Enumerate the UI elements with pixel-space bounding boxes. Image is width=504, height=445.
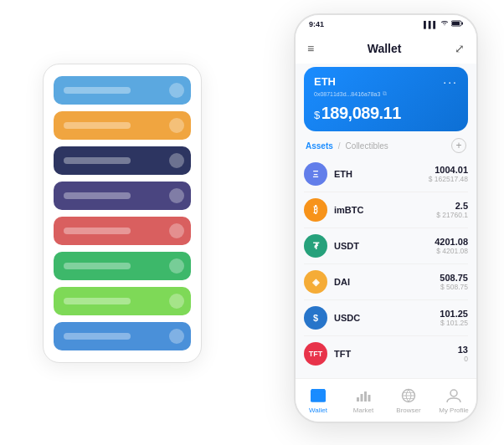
imbtc-icon: ₿ bbox=[304, 198, 327, 222]
usdt-icon: ₮ bbox=[304, 234, 327, 258]
card-row[interactable] bbox=[54, 322, 191, 350]
svg-rect-6 bbox=[361, 394, 363, 402]
menu-icon[interactable]: ≡ bbox=[307, 42, 314, 55]
list-item[interactable]: ₿ imBTC 2.5 $ 21760.1 bbox=[304, 192, 468, 228]
profile-icon bbox=[445, 386, 463, 405]
market-icon bbox=[354, 386, 373, 405]
asset-amount: 13 bbox=[458, 345, 468, 355]
asset-symbol: USDT bbox=[334, 241, 435, 251]
card-row[interactable] bbox=[54, 287, 191, 315]
list-item[interactable]: TFT TFT 13 0 bbox=[304, 336, 468, 371]
signal-icon: ▌▌▌ bbox=[424, 21, 438, 28]
asset-usd: $ 101.25 bbox=[440, 319, 468, 327]
card-row[interactable] bbox=[54, 111, 191, 140]
list-item[interactable]: $ USDC 101.25 $ 101.25 bbox=[304, 300, 468, 336]
dai-icon: ◈ bbox=[304, 270, 327, 294]
phone-mockup: 9:41 ▌▌▌ bbox=[294, 13, 478, 423]
tab-collectibles[interactable]: Collectibles bbox=[346, 141, 388, 151]
asset-amount: 508.75 bbox=[440, 273, 468, 283]
card-row[interactable] bbox=[54, 146, 191, 175]
bottom-nav-wallet[interactable]: Wallet bbox=[296, 386, 341, 414]
asset-amounts: 13 0 bbox=[458, 345, 468, 363]
status-icons: ▌▌▌ bbox=[424, 20, 463, 28]
asset-amount: 101.25 bbox=[440, 309, 468, 319]
asset-usd: $ 21760.1 bbox=[436, 211, 468, 219]
bottom-nav-market[interactable]: Market bbox=[341, 386, 386, 414]
asset-amounts: 4201.08 $ 4201.08 bbox=[435, 237, 468, 255]
asset-symbol: imBTC bbox=[334, 205, 436, 215]
tab-divider: / bbox=[338, 141, 341, 151]
asset-list: Ξ ETH 1004.01 $ 162517.48 ₿ imBTC 2.5 $ … bbox=[296, 156, 476, 378]
wallet-icon bbox=[309, 386, 327, 405]
asset-amount: 1004.01 bbox=[429, 165, 468, 175]
asset-usd: $ 508.75 bbox=[440, 283, 468, 291]
svg-rect-4 bbox=[321, 396, 324, 398]
list-item[interactable]: Ξ ETH 1004.01 $ 162517.48 bbox=[304, 156, 468, 192]
card-row[interactable] bbox=[54, 76, 191, 105]
status-time: 9:41 bbox=[309, 20, 324, 28]
asset-amounts: 2.5 $ 21760.1 bbox=[436, 201, 468, 219]
svg-rect-5 bbox=[357, 397, 359, 402]
nav-bar: ≡ Wallet ⤢ bbox=[296, 33, 476, 64]
browser-nav-label: Browser bbox=[396, 407, 420, 414]
eth-card-label: ETH bbox=[314, 75, 336, 88]
bottom-nav-profile[interactable]: My Profile bbox=[431, 386, 476, 414]
tft-icon: TFT bbox=[304, 342, 327, 366]
asset-amounts: 101.25 $ 101.25 bbox=[440, 309, 468, 327]
scene: 9:41 ▌▌▌ bbox=[18, 13, 486, 432]
asset-amount: 2.5 bbox=[436, 201, 468, 211]
eth-address: 0x08711d3d...8416a78a3 ⧉ bbox=[314, 90, 458, 97]
wifi-icon bbox=[440, 20, 449, 28]
tab-assets[interactable]: Assets bbox=[306, 141, 333, 151]
market-nav-label: Market bbox=[353, 407, 373, 414]
eth-icon: Ξ bbox=[304, 162, 327, 186]
battery-icon bbox=[451, 20, 463, 28]
bottom-nav-browser[interactable]: Browser bbox=[386, 386, 431, 414]
list-item[interactable]: ₮ USDT 4201.08 $ 4201.08 bbox=[304, 228, 468, 264]
asset-amount: 4201.08 bbox=[435, 237, 468, 247]
asset-symbol: DAI bbox=[334, 277, 440, 287]
asset-usd: $ 4201.08 bbox=[435, 247, 468, 255]
list-item[interactable]: ◈ DAI 508.75 $ 508.75 bbox=[304, 264, 468, 300]
asset-amounts: 508.75 $ 508.75 bbox=[440, 273, 468, 291]
card-row[interactable] bbox=[54, 182, 191, 210]
card-stack bbox=[43, 64, 202, 363]
page-title: Wallet bbox=[368, 42, 402, 55]
card-row[interactable] bbox=[54, 252, 191, 280]
status-bar: 9:41 ▌▌▌ bbox=[296, 15, 476, 33]
asset-symbol: TFT bbox=[334, 349, 458, 359]
browser-icon bbox=[399, 386, 418, 405]
card-row[interactable] bbox=[54, 217, 191, 245]
expand-icon[interactable]: ⤢ bbox=[455, 42, 465, 55]
svg-rect-2 bbox=[462, 23, 464, 25]
eth-card-dots[interactable]: ··· bbox=[443, 75, 458, 89]
asset-symbol: ETH bbox=[334, 169, 429, 179]
svg-rect-7 bbox=[364, 391, 367, 402]
add-asset-button[interactable]: + bbox=[451, 138, 466, 153]
asset-usd: 0 bbox=[458, 355, 468, 363]
eth-card: ETH ··· 0x08711d3d...8416a78a3 ⧉ $189,08… bbox=[304, 67, 468, 131]
wallet-nav-label: Wallet bbox=[309, 407, 327, 414]
asset-usd: $ 162517.48 bbox=[429, 175, 468, 183]
bottom-nav: Wallet Market bbox=[296, 378, 476, 422]
asset-amounts: 1004.01 $ 162517.48 bbox=[429, 165, 468, 183]
svg-point-10 bbox=[450, 390, 457, 396]
copy-icon[interactable]: ⧉ bbox=[383, 90, 387, 97]
svg-rect-8 bbox=[368, 395, 371, 402]
svg-rect-1 bbox=[452, 22, 460, 25]
eth-balance: $189,089.11 bbox=[314, 104, 458, 123]
assets-tabs: Assets / Collectibles bbox=[306, 141, 388, 151]
asset-symbol: USDC bbox=[334, 313, 440, 323]
usdc-icon: $ bbox=[304, 306, 327, 330]
profile-nav-label: My Profile bbox=[439, 407, 469, 414]
assets-header: Assets / Collectibles + bbox=[296, 138, 476, 153]
